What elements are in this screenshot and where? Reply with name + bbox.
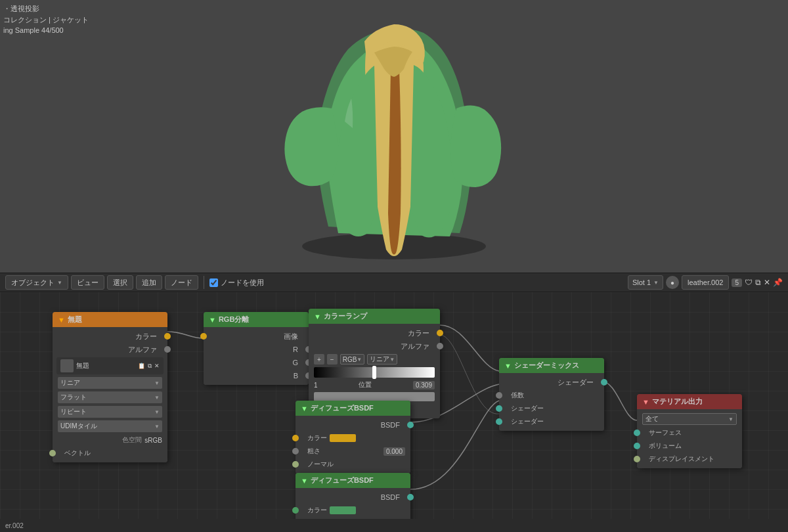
copy-icon[interactable]: ⧉ [755, 278, 761, 287]
colorramp-mode-dropdown[interactable]: RGB ▼ [340, 354, 365, 365]
colorramp-alpha-out: アルファ [309, 340, 440, 353]
socket-vector-in[interactable] [49, 450, 56, 456]
view-menu-btn[interactable]: ビュー [71, 275, 104, 290]
status-text: er.002 [5, 522, 24, 529]
node-editor-toolbar: オブジェクト ▼ ビュー 選択 追加 ノード ノードを使用 Slot 1 ▼ ●… [0, 273, 788, 292]
diffuse1-bsdf-out: BSDF [296, 418, 410, 432]
node-image-texture-header: ▼ 無題 [53, 312, 167, 327]
colorramp-color-bar[interactable] [314, 392, 435, 401]
flat-selector: フラット ▼ [53, 390, 167, 405]
shader-mix-shader2-in: シェーダー [499, 415, 604, 428]
image-thumbnail [60, 359, 74, 372]
viewport-info: ・透視投影 コレクション | ジャケット ing Sample 44/500 [3, 3, 89, 36]
node-diffuse-bsdf-1[interactable]: ▼ ディフューズBSDF BSDF カラー 粗さ 0.000 ノーマル [296, 401, 410, 474]
udim-btn[interactable]: UDIMタイル ▼ [58, 420, 162, 432]
node-rgb-header: ▼ RGB分離 [204, 312, 309, 327]
node-shader-mix[interactable]: ▼ シェーダーミックス シェーダー 係数 シェーダー シェーダー [499, 358, 604, 431]
socket-diffuse2-color-in[interactable] [292, 507, 299, 514]
socket-diffuse1-color-in[interactable] [292, 435, 299, 441]
rgb-b-out: B [204, 369, 309, 382]
diffuse1-normal-in: ノーマル [296, 458, 410, 471]
socket-volume-in[interactable] [634, 443, 640, 449]
linear-btn[interactable]: リニア ▼ [58, 377, 162, 389]
colorramp-handle[interactable] [372, 366, 376, 379]
viewport-3d[interactable]: ・透視投影 コレクション | ジャケット ing Sample 44/500 [0, 0, 788, 273]
socket-shadermix-shader1-in[interactable] [496, 405, 502, 412]
shader-mix-shader1-in: シェーダー [499, 402, 604, 415]
socket-colorramp-color-out[interactable] [437, 330, 443, 336]
material-output-surface-in: サーフェス [637, 426, 742, 439]
socket-diffuse1-bsdf-out[interactable] [407, 422, 414, 428]
close-icon[interactable]: ✕ [764, 278, 770, 287]
socket-diffuse2-bsdf-out[interactable] [407, 494, 414, 500]
shield-icon[interactable]: 🛡 [745, 278, 753, 287]
vector-row: ベクトル [53, 447, 167, 460]
repeat-btn[interactable]: リピート ▼ [58, 406, 162, 418]
colorramp-pos-row: 1 位置 0.309 [309, 379, 440, 391]
shader-mix-factor-in: 係数 [499, 389, 604, 402]
use-node-checkbox-label[interactable]: ノードを使用 [209, 278, 264, 288]
socket-diffuse1-roughness-in[interactable] [292, 448, 299, 454]
select-menu-btn[interactable]: 選択 [107, 275, 133, 290]
socket-displacement-in[interactable] [634, 456, 640, 462]
node-rgb-split[interactable]: ▼ RGB分離 画像 R G B [204, 312, 309, 385]
colorspace-row: 色空間 sRGB [53, 433, 167, 447]
material-output-dropdown-row: 全て ▼ [637, 412, 742, 426]
colorramp-interp-dropdown[interactable]: リニア ▼ [367, 354, 397, 365]
use-node-checkbox[interactable] [209, 278, 218, 287]
shader-mix-out: シェーダー [499, 376, 604, 389]
rgb-r-out: R [204, 343, 309, 356]
pin-icon[interactable]: 📌 [773, 278, 783, 287]
linear-selector: リニア ▼ [53, 376, 167, 390]
socket-image-in[interactable] [200, 333, 207, 340]
colorramp-gradient-container [314, 367, 435, 378]
diffuse1-roughness-in: 粗さ 0.000 [296, 445, 410, 458]
diffuse2-bsdf-out: BSDF [296, 491, 410, 504]
node-diffuse2-header: ▼ ディフューズBSDF [296, 473, 410, 488]
material-output-volume-in: ボリューム [637, 439, 742, 453]
node-menu-btn[interactable]: ノード [165, 275, 198, 290]
colorramp-remove-btn[interactable]: − [327, 354, 338, 365]
node-diffuse1-header: ▼ ディフューズBSDF [296, 401, 410, 416]
node-image-texture[interactable]: ▼ 無題 カラー アルファ 無題 📋 ⧉ ✕ リニア ▼ [53, 312, 167, 462]
flat-btn[interactable]: フラット ▼ [58, 391, 162, 403]
material-count-badge: 5 [732, 278, 742, 287]
colorramp-gradient[interactable] [314, 367, 435, 378]
socket-diffuse1-normal-in[interactable] [292, 461, 299, 468]
jacket-3d-render [230, 13, 558, 269]
diffuse1-color-swatch[interactable] [330, 434, 356, 442]
socket-colorramp-alpha-out[interactable] [437, 343, 443, 349]
socket-shadermix-out[interactable] [601, 379, 607, 386]
node-output-alpha: アルファ [53, 343, 167, 356]
material-name-field[interactable]: leather.002 [682, 275, 729, 290]
object-menu-btn[interactable]: オブジェクト ▼ [5, 275, 68, 290]
material-output-dropdown[interactable]: 全て ▼ [642, 413, 737, 425]
repeat-selector: リピート ▼ [53, 405, 167, 419]
slot-dropdown[interactable]: Slot 1 ▼ [628, 275, 663, 290]
diffuse2-color-in: カラー [296, 504, 410, 517]
diffuse1-color-in: カラー [296, 432, 410, 445]
material-sphere-icon: ● [666, 276, 679, 289]
node-material-output-header: ▼ マテリアル出力 [637, 394, 742, 409]
socket-alpha-out[interactable] [164, 346, 171, 353]
toolbar-sep-1 [204, 276, 204, 289]
socket-surface-in[interactable] [634, 430, 640, 436]
node-image-field[interactable]: 無題 📋 ⧉ ✕ [56, 357, 164, 374]
node-editor-canvas[interactable]: ▼ 無題 カラー アルファ 無題 📋 ⧉ ✕ リニア ▼ [0, 292, 788, 532]
diffuse2-color-swatch[interactable] [330, 506, 356, 514]
node-material-output[interactable]: ▼ マテリアル出力 全て ▼ サーフェス ボリューム ディスプレイスメント [637, 394, 742, 468]
add-menu-btn[interactable]: 追加 [136, 275, 162, 290]
node-colorramp-header: ▼ カラーランプ [309, 309, 440, 324]
udim-selector: UDIMタイル ▼ [53, 419, 167, 433]
rgb-g-out: G [204, 356, 309, 369]
colorramp-add-btn[interactable]: + [314, 354, 324, 365]
colorramp-controls: + − RGB ▼ リニア ▼ [309, 353, 440, 366]
socket-shadermix-factor-in[interactable] [496, 392, 502, 399]
socket-shadermix-shader2-in[interactable] [496, 418, 502, 425]
status-bar: er.002 [0, 519, 788, 532]
material-output-displacement-in: ディスプレイスメント [637, 453, 742, 466]
colorramp-color-out: カラー [309, 326, 440, 340]
socket-color-out[interactable] [164, 333, 171, 340]
node-shader-mix-header: ▼ シェーダーミックス [499, 358, 604, 373]
rgb-image-in: 画像 [204, 330, 309, 343]
